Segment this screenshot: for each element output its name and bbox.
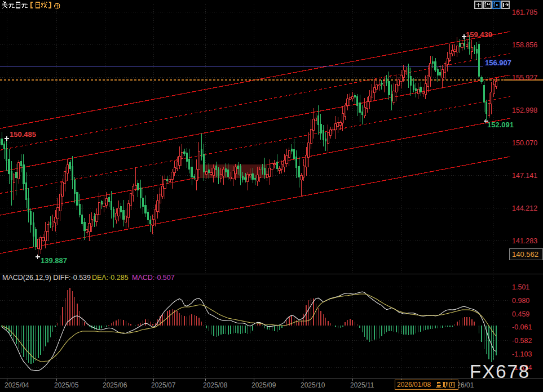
- svg-text:2025/08: 2025/08: [203, 381, 228, 389]
- svg-text:MACD:-0.507: MACD:-0.507: [132, 274, 175, 282]
- svg-text:156.907: 156.907: [485, 59, 511, 67]
- svg-text:2025/04: 2025/04: [5, 381, 29, 389]
- svg-text:150.485: 150.485: [10, 130, 36, 139]
- svg-text:159.439: 159.439: [466, 30, 492, 39]
- svg-text:2025/11: 2025/11: [350, 381, 374, 389]
- svg-text:155.927: 155.927: [512, 74, 537, 82]
- svg-text:-0.582: -0.582: [512, 337, 532, 345]
- svg-text:2025/05: 2025/05: [54, 381, 79, 389]
- svg-text:DEA:-0.285: DEA:-0.285: [92, 274, 129, 282]
- svg-text:161.785: 161.785: [512, 8, 537, 16]
- svg-text:0.980: 0.980: [512, 297, 529, 305]
- svg-text:1.501: 1.501: [512, 283, 529, 291]
- svg-text:158.856: 158.856: [512, 41, 537, 49]
- svg-text:152.091: 152.091: [487, 121, 514, 129]
- svg-text:2026/01/08: 2026/01/08: [397, 381, 431, 389]
- svg-text:2025/06: 2025/06: [103, 381, 127, 389]
- svg-text:150.070: 150.070: [512, 139, 537, 147]
- svg-text:147.141: 147.141: [512, 172, 537, 180]
- svg-text:MACD(26,12,9) DIFF:-0.539: MACD(26,12,9) DIFF:-0.539: [2, 274, 91, 282]
- svg-text:2025/09: 2025/09: [251, 381, 276, 389]
- svg-text:-0.061: -0.061: [512, 323, 532, 331]
- svg-text:139.887: 139.887: [41, 256, 67, 265]
- svg-text:152.998: 152.998: [512, 106, 537, 114]
- svg-text:-1.103: -1.103: [512, 350, 532, 358]
- svg-text:0.459: 0.459: [512, 310, 529, 318]
- svg-text:2025/10: 2025/10: [301, 381, 325, 389]
- svg-text:2025/07: 2025/07: [151, 381, 176, 389]
- svg-text:144.212: 144.212: [512, 204, 537, 212]
- svg-text:141.283: 141.283: [512, 237, 537, 245]
- svg-text:140.562: 140.562: [512, 250, 538, 259]
